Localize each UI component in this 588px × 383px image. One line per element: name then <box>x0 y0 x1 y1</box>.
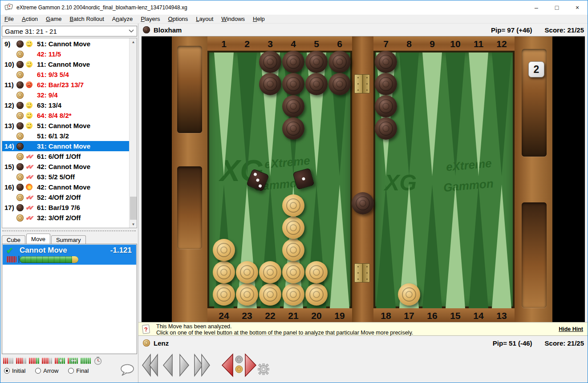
menu-item-game[interactable]: Game <box>42 15 65 23</box>
dark-checker[interactable] <box>328 51 351 73</box>
scroll-up-icon[interactable]: ▲ <box>130 38 137 45</box>
move-list-row[interactable]: ✔✔61: 6/Off 1/Off <box>2 151 130 161</box>
menu-item-players[interactable]: Players <box>137 15 164 23</box>
tab-summary[interactable]: Summary <box>51 235 86 244</box>
minimize-button[interactable]: – <box>526 0 547 15</box>
move-list-row[interactable]: 61: 9/3 5/4 <box>2 69 130 80</box>
light-checker[interactable] <box>398 283 420 306</box>
menu-item-help[interactable]: Help <box>249 15 269 23</box>
level-button-3[interactable] <box>29 357 40 365</box>
move-list-row[interactable]: ✔✔52: 4/Off 2/Off <box>2 192 130 202</box>
dark-checker[interactable] <box>282 73 304 95</box>
move-list-row[interactable]: 51: 6/1 3/2 <box>2 131 130 141</box>
move-list-row[interactable]: 13)51: Cannot Move <box>2 121 130 131</box>
close-button[interactable]: × <box>567 0 588 15</box>
timer-clock-icon[interactable] <box>93 356 102 365</box>
light-checker[interactable] <box>282 194 304 217</box>
comment-bubble-icon[interactable] <box>120 363 135 378</box>
radio-final[interactable]: Final <box>68 367 89 374</box>
settings-gear-icon[interactable] <box>258 363 269 375</box>
menu-item-options[interactable]: Options <box>164 15 192 23</box>
light-checker[interactable] <box>259 283 281 306</box>
light-checker[interactable] <box>236 261 258 283</box>
backgammon-board[interactable]: XG eXtreme Gammon XG eXtreme Gammon 2 12… <box>142 36 585 322</box>
move-list-row[interactable]: ✔✔32: 3/Off 2/Off <box>2 213 130 223</box>
dark-checker[interactable] <box>282 95 304 117</box>
menu-item-batch-rollout[interactable]: Batch Rollout <box>66 15 108 23</box>
scroll-down-icon[interactable]: ▼ <box>130 221 137 228</box>
move-list-row[interactable]: 9)51: Cannot Move <box>2 39 130 49</box>
analyzed-checkmarks-icon: ✔✔ <box>26 194 33 201</box>
panel-splitter[interactable] <box>2 230 136 231</box>
game-selector-dropdown[interactable]: Game 31: 21 - 21 <box>2 26 137 36</box>
move-list-scrollbar[interactable]: ▲ ▼ <box>129 38 137 228</box>
equity-bar-error-segment <box>7 256 16 262</box>
radio-arrow[interactable]: Arrow <box>35 367 58 374</box>
move-list-row[interactable]: 16)42: Cannot Move <box>2 182 130 192</box>
player-bottom-name: Lenz <box>154 339 169 347</box>
level-button-5[interactable]: + <box>55 357 66 365</box>
light-checker[interactable] <box>282 239 304 261</box>
radio-initial[interactable]: Initial <box>4 367 25 374</box>
title-bar[interactable]: eXtreme Gammon 2.10 2004nordic_final_blo… <box>0 0 588 15</box>
light-checker[interactable] <box>259 261 281 283</box>
move-list-row[interactable]: 17)✔✔61: Bar/19 7/6 <box>2 202 130 213</box>
next-game-button[interactable] <box>243 352 258 378</box>
move-text: 51: 6/1 3/2 <box>36 132 69 140</box>
level-button-4[interactable] <box>42 357 53 365</box>
menu-item-windows[interactable]: Windows <box>217 15 249 23</box>
level-button-2[interactable] <box>16 357 27 365</box>
menu-item-file[interactable]: File <box>0 15 18 23</box>
move-list-row[interactable]: 10)11: Cannot Move <box>2 59 130 69</box>
scrollbar-thumb[interactable] <box>130 197 137 220</box>
light-checker[interactable] <box>213 261 235 283</box>
next-move-button[interactable] <box>178 352 191 378</box>
dark-checker[interactable] <box>375 117 397 140</box>
menu-item-analyze[interactable]: Analyze <box>108 15 137 23</box>
dark-checker[interactable] <box>259 51 281 73</box>
dark-checker[interactable] <box>305 51 328 73</box>
light-checker[interactable] <box>213 283 235 306</box>
light-checker[interactable] <box>282 217 304 239</box>
dark-checker[interactable] <box>352 192 374 214</box>
level-button-7[interactable] <box>81 357 92 365</box>
chevron-down-icon <box>129 29 134 33</box>
analysis-row[interactable]: ✔ Cannot Move -1.121 <box>3 245 136 265</box>
tab-cube[interactable]: Cube <box>2 235 25 244</box>
move-list-row[interactable]: 32: 9/4 <box>2 90 130 100</box>
light-checker[interactable] <box>236 283 258 306</box>
doubling-cube[interactable]: 2 <box>528 61 544 77</box>
dark-checker[interactable] <box>328 73 351 95</box>
move-list[interactable]: 9)51: Cannot Move42: 11/510)11: Cannot M… <box>2 38 137 228</box>
previous-game-button[interactable] <box>220 352 235 378</box>
previous-move-button[interactable] <box>161 352 174 378</box>
dark-checker[interactable] <box>375 51 397 73</box>
move-list-row[interactable]: 15)✔✔42: Cannot Move <box>2 161 130 172</box>
last-move-button[interactable] <box>194 352 211 378</box>
dark-checker[interactable] <box>305 73 328 95</box>
dark-checker[interactable] <box>282 117 304 140</box>
move-list-row[interactable]: 42: 11/5 <box>2 49 130 59</box>
dark-checker[interactable] <box>259 73 281 95</box>
light-checker[interactable] <box>282 261 304 283</box>
menu-item-layout[interactable]: Layout <box>192 15 217 23</box>
dark-checker[interactable] <box>375 73 397 95</box>
dark-checker[interactable] <box>282 51 304 73</box>
tab-move[interactable]: Move <box>26 234 50 244</box>
menu-item-action[interactable]: Action <box>18 15 42 23</box>
light-checker[interactable] <box>282 283 304 306</box>
maximize-button[interactable]: □ <box>547 0 567 15</box>
move-list-row[interactable]: 11)62: Bar/23 13/7 <box>2 80 130 90</box>
light-checker[interactable] <box>305 261 328 283</box>
light-checker[interactable] <box>213 239 235 261</box>
hide-hint-link[interactable]: Hide Hint <box>559 326 583 332</box>
level-button-6[interactable]: ++ <box>68 357 79 365</box>
move-list-row[interactable]: 14)31: Cannot Move <box>2 141 130 151</box>
light-checker[interactable] <box>305 283 328 306</box>
dark-checker[interactable] <box>375 95 397 117</box>
move-list-row[interactable]: ✔✔63: 5/2 5/Off <box>2 172 130 182</box>
move-list-row[interactable]: 64: 8/4 8/2* <box>2 110 130 121</box>
move-list-row[interactable]: 12)63: 13/4 <box>2 100 130 110</box>
level-button-1[interactable] <box>3 357 14 365</box>
first-move-button[interactable] <box>142 352 158 378</box>
